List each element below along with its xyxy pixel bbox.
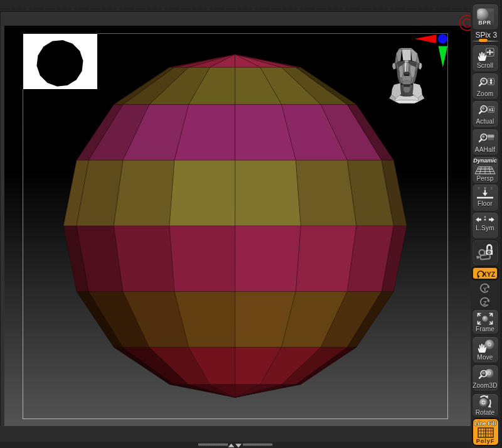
svg-text:Z: Z	[483, 299, 487, 306]
svg-text:x1: x1	[489, 107, 494, 112]
svg-text:Y: Y	[483, 285, 487, 292]
svg-text:BPR: BPR	[478, 19, 491, 26]
svg-text:XYZ: XYZ	[483, 270, 496, 278]
